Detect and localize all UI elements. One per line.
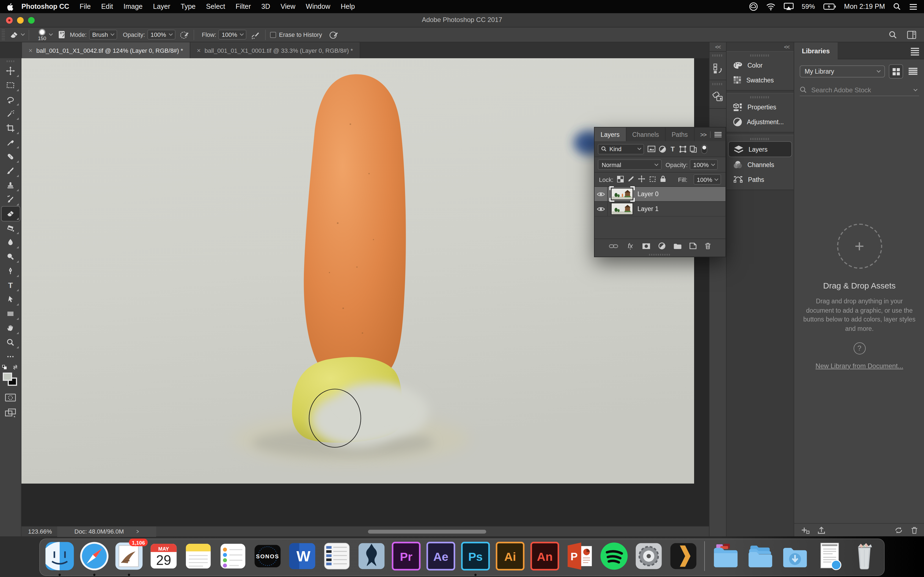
status-chevron-icon[interactable]: > <box>136 528 139 535</box>
type-tool[interactable]: T <box>2 278 19 292</box>
blur-tool[interactable] <box>2 235 19 250</box>
menu-item-help[interactable]: Help <box>341 3 355 10</box>
layer-name[interactable]: Layer 0 <box>638 191 659 197</box>
clone-stamp-tool[interactable] <box>2 178 19 192</box>
menu-item-3d[interactable]: 3D <box>261 3 270 10</box>
blend-mode-select[interactable]: Normal <box>598 160 662 170</box>
pressure-opacity-icon[interactable] <box>180 30 189 39</box>
new-layer-icon[interactable] <box>690 242 697 250</box>
flow-select[interactable]: 100% <box>218 30 246 40</box>
menu-item-select[interactable]: Select <box>206 3 225 10</box>
upload-library-icon[interactable] <box>817 526 825 534</box>
tab-close-icon[interactable]: × <box>197 47 201 54</box>
layers-panel-tab-layers[interactable]: Layers <box>594 127 626 141</box>
lock-position-icon[interactable] <box>638 175 645 184</box>
dock-trash[interactable] <box>848 540 880 572</box>
list-view-button[interactable] <box>906 64 920 79</box>
eyedropper-tool[interactable] <box>2 135 19 150</box>
stock-search-field[interactable]: Search Adobe Stock <box>800 84 919 96</box>
menu-item-layer[interactable]: Layer <box>153 3 171 10</box>
dock-photoshop[interactable]: Ps <box>460 540 491 572</box>
panel-button-properties[interactable]: Properties <box>727 100 794 114</box>
layer-visibility-eye-icon[interactable] <box>594 187 608 201</box>
horizontal-scrollbar[interactable] <box>368 530 486 533</box>
menu-item-file[interactable]: File <box>80 3 91 10</box>
layer-style-icon[interactable]: fx <box>626 242 635 250</box>
filter-adjustment-layers-icon[interactable] <box>659 145 666 153</box>
gradient-tool[interactable] <box>2 221 19 235</box>
lock-transparency-icon[interactable] <box>617 176 624 183</box>
document-tab-0[interactable]: ×ball_001_01_X1_0042.tif @ 124% (Layer 0… <box>22 42 190 58</box>
layer-name[interactable]: Layer 1 <box>638 206 659 212</box>
layers-panel-tab-channels[interactable]: Channels <box>626 127 666 141</box>
panel-button-color[interactable]: Color <box>727 58 794 73</box>
panel-button-channels[interactable]: Channels <box>727 157 794 172</box>
swap-colors-icon[interactable] <box>12 364 19 370</box>
creative-cloud-icon[interactable] <box>749 2 758 11</box>
layer-fill-select[interactable]: 100% <box>693 174 721 185</box>
notification-center-icon[interactable] <box>909 3 918 10</box>
delete-library-icon[interactable] <box>911 526 918 534</box>
layer-mask-icon[interactable] <box>642 243 651 249</box>
new-group-icon[interactable] <box>673 243 682 249</box>
dock-powerpoint[interactable]: P <box>564 540 595 572</box>
menu-item-image[interactable]: Image <box>123 3 143 10</box>
delete-layer-icon[interactable] <box>704 242 711 250</box>
dock-mail[interactable]: 1,106 <box>113 540 145 572</box>
lasso-tool[interactable] <box>2 92 19 106</box>
adjustment-layer-icon[interactable] <box>658 242 666 250</box>
pen-tool[interactable] <box>2 264 19 278</box>
link-layers-icon[interactable] <box>609 243 618 249</box>
rectangle-tool[interactable] <box>2 307 19 321</box>
edit-toolbar[interactable] <box>2 350 19 364</box>
menu-clock[interactable]: Mon 2:19 PM <box>844 3 885 10</box>
dodge-tool[interactable] <box>2 250 19 264</box>
layer-visibility-eye-icon[interactable] <box>594 201 608 216</box>
panel-resize-grip[interactable] <box>594 253 725 256</box>
dock-after-effects[interactable]: Ae <box>425 540 457 572</box>
filter-smart-objects-icon[interactable] <box>690 145 697 153</box>
layer-opacity-select[interactable]: 100% <box>690 160 717 170</box>
grid-view-button[interactable] <box>889 64 903 79</box>
apple-menu-icon[interactable] <box>6 2 14 11</box>
menu-item-filter[interactable]: Filter <box>236 3 251 10</box>
layer-row-0[interactable]: Layer 0 <box>594 187 725 201</box>
dock-notes[interactable] <box>183 540 214 572</box>
panel-collapse-icon[interactable]: >> <box>700 131 706 138</box>
hand-tool[interactable] <box>2 321 19 335</box>
panel-menu-icon[interactable] <box>714 132 722 137</box>
panel-menu-icon[interactable] <box>911 47 919 56</box>
rectangular-marquee-tool[interactable] <box>2 78 19 92</box>
history-brush-tool[interactable] <box>2 192 19 206</box>
opacity-select[interactable]: 100% <box>147 30 175 40</box>
panel-button-swatches[interactable]: Swatches <box>727 73 794 87</box>
filter-type-layers-icon[interactable]: T <box>669 146 676 152</box>
dock-webpage-document[interactable] <box>814 540 846 572</box>
drop-target-circle[interactable]: + <box>837 224 882 269</box>
dock-sonos[interactable]: SONOS <box>252 540 284 572</box>
new-library-link[interactable]: New Library from Document... <box>794 362 924 369</box>
panel-button-adjustment[interactable]: Adjustment... <box>727 114 794 129</box>
dock-system-preferences[interactable] <box>633 540 665 572</box>
dock-plex[interactable] <box>667 540 699 572</box>
spotlight-icon[interactable] <box>893 3 901 10</box>
library-select[interactable]: My Library <box>800 65 885 77</box>
layers-panel-tab-paths[interactable]: Paths <box>666 127 695 141</box>
panel-button-paths[interactable]: Paths <box>727 172 794 187</box>
dock-folder-stack[interactable] <box>745 540 776 572</box>
panel-button-layers[interactable]: Layers <box>728 141 792 157</box>
menu-item-window[interactable]: Window <box>306 3 330 10</box>
device-preview-panel-icon[interactable] <box>709 86 726 108</box>
erase-to-history-checkbox[interactable]: Erase to History <box>270 31 322 38</box>
document-tab-1[interactable]: ×ball_001_01_X1_0001.tif @ 33.3% (Layer … <box>190 42 360 58</box>
airbrush-icon[interactable] <box>251 30 261 39</box>
filter-toggle-switch[interactable] <box>701 144 707 153</box>
pressure-size-icon[interactable] <box>329 30 339 39</box>
lock-artboard-icon[interactable] <box>649 176 656 183</box>
foreground-color-swatch[interactable] <box>3 372 12 381</box>
dock-safari[interactable] <box>78 540 110 572</box>
libraries-tab[interactable]: Libraries <box>794 42 837 60</box>
tool-preset-picker[interactable] <box>9 31 24 39</box>
menu-item-photoshop-cc[interactable]: Photoshop CC <box>21 3 69 10</box>
window-title-bar[interactable]: Adobe Photoshop CC 2017 <box>0 13 924 27</box>
